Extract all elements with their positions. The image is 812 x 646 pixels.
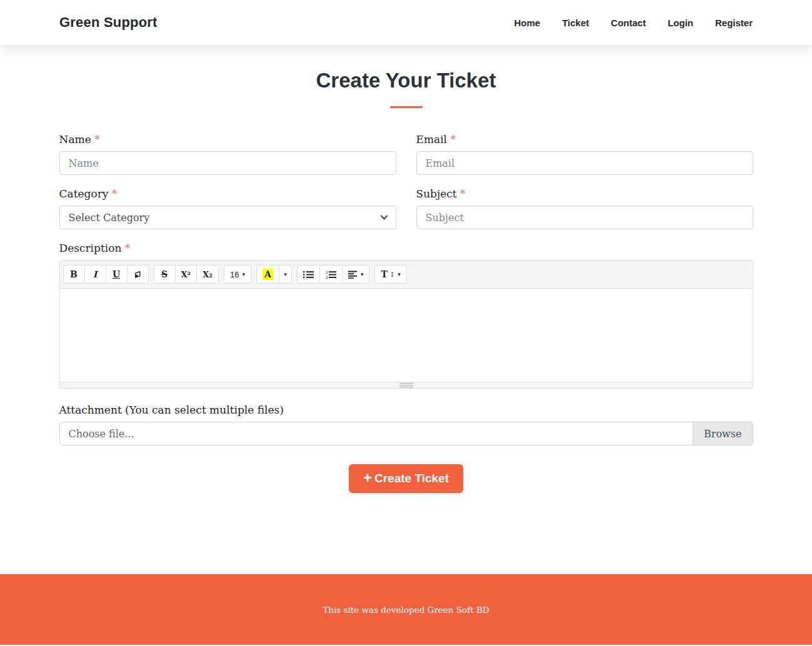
subject-field[interactable] — [416, 206, 753, 229]
subject-label: Subject * — [416, 187, 753, 200]
font-style-button-group: B I U — [63, 265, 149, 284]
caret-down-icon: ▾ — [361, 272, 364, 277]
text-height-icon: T — [381, 269, 387, 279]
align-left-icon — [348, 271, 358, 279]
ordered-list-button[interactable]: 1 2 — [319, 265, 343, 284]
svg-text:2: 2 — [326, 274, 328, 278]
required-asterisk: * — [460, 187, 466, 200]
editor-resize-bar[interactable] — [60, 382, 753, 388]
unordered-list-icon — [303, 271, 314, 279]
font-color-icon: A — [263, 269, 273, 280]
paragraph-align-dropdown[interactable]: ▾ — [342, 265, 370, 284]
name-form-group: Name * — [59, 133, 396, 175]
navbar: Green Support Home Ticket Contact Login … — [0, 0, 812, 45]
script-button-group: S X² X₂ — [154, 265, 219, 284]
description-form-group: Description * B I U — [59, 242, 753, 389]
required-asterisk: * — [94, 133, 100, 146]
font-size-button-group: 16 ▾ — [224, 265, 251, 284]
nav-item-contact[interactable]: Contact — [611, 17, 646, 28]
line-height-dropdown[interactable]: T ↕ ▾ — [374, 265, 406, 284]
email-form-group: Email * — [416, 133, 753, 175]
subscript-button[interactable]: X₂ — [196, 265, 219, 284]
category-label: Category * — [59, 187, 396, 200]
category-form-group: Category * Select Category — [59, 187, 396, 229]
footer-credit-text: This site was developed Green Soft BD — [323, 605, 489, 615]
main-nav: Home Ticket Contact Login Register — [514, 17, 753, 28]
svg-text:1: 1 — [326, 271, 328, 274]
nav-item-login[interactable]: Login — [668, 17, 693, 28]
email-field[interactable] — [416, 151, 753, 175]
font-color-dropdown[interactable]: ▾ — [279, 265, 292, 284]
editor-toolbar: B I U S — [60, 261, 753, 289]
brand-logo[interactable]: Green Support — [59, 14, 158, 31]
name-label: Name * — [59, 133, 396, 146]
caret-down-icon: ▾ — [243, 272, 246, 277]
create-ticket-button[interactable]: + Create Ticket — [349, 464, 463, 493]
attachment-label: Attachment (You can select multiple file… — [59, 404, 753, 416]
font-size-dropdown[interactable]: 16 ▾ — [224, 265, 251, 284]
main-content: Create Your Ticket Name * Email * — [59, 69, 753, 493]
name-field[interactable] — [59, 151, 396, 175]
subject-form-group: Subject * — [416, 187, 753, 229]
category-select[interactable]: Select Category — [59, 206, 396, 229]
description-editable-area[interactable] — [60, 289, 753, 382]
eraser-icon — [133, 271, 142, 279]
nav-item-home[interactable]: Home — [514, 17, 541, 28]
email-label: Email * — [416, 133, 753, 146]
required-asterisk: * — [112, 187, 118, 200]
attachment-form-group: Attachment (You can select multiple file… — [59, 404, 753, 445]
clear-formatting-button[interactable] — [127, 265, 149, 284]
up-down-arrow-icon: ↕ — [389, 271, 394, 278]
strikethrough-button[interactable]: S — [154, 265, 176, 284]
ordered-list-icon: 1 2 — [326, 271, 336, 279]
font-color-button[interactable]: A — [256, 265, 279, 284]
italic-button[interactable]: I — [84, 265, 106, 284]
superscript-button[interactable]: X² — [175, 265, 198, 284]
caret-down-icon: ▾ — [398, 272, 401, 277]
caret-down-icon: ▾ — [284, 272, 287, 277]
underline-button[interactable]: U — [106, 265, 128, 284]
unordered-list-button[interactable] — [297, 265, 320, 284]
browse-button[interactable]: Browse — [693, 422, 753, 445]
rich-text-editor: B I U S — [59, 260, 753, 389]
color-button-group: A ▾ — [256, 265, 292, 284]
required-asterisk: * — [125, 242, 131, 254]
create-ticket-button-label: Create Ticket — [374, 472, 449, 485]
file-input[interactable]: Choose file... Browse — [59, 422, 753, 445]
nav-item-register[interactable]: Register — [715, 17, 753, 28]
footer: This site was developed Green Soft BD — [0, 574, 812, 645]
plus-icon: + — [363, 472, 372, 484]
create-ticket-form: Name * Email * Category * — [59, 133, 753, 493]
bold-button[interactable]: B — [63, 265, 85, 284]
description-label: Description * — [59, 242, 753, 254]
resize-handle-icon — [399, 383, 413, 387]
nav-item-ticket[interactable]: Ticket — [562, 17, 589, 28]
title-underline-decoration — [390, 106, 423, 108]
line-height-button-group: T ↕ ▾ — [374, 265, 406, 284]
required-asterisk: * — [450, 133, 456, 146]
page-title: Create Your Ticket — [59, 69, 753, 92]
paragraph-button-group: 1 2 — [297, 265, 370, 284]
file-input-placeholder: Choose file... — [60, 428, 143, 440]
